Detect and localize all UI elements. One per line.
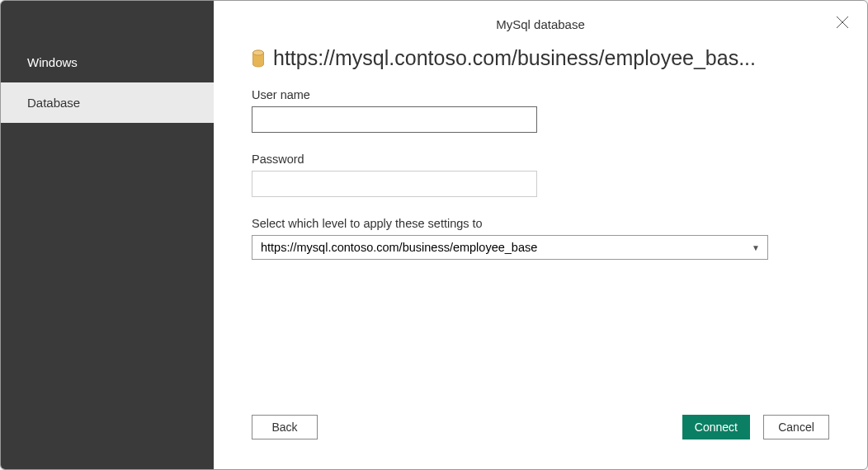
close-button[interactable] (833, 12, 852, 32)
auth-dialog: Windows Database MySql database https://… (0, 0, 868, 470)
username-input[interactable] (252, 106, 537, 133)
dialog-footer: Back Connect Cancel (214, 415, 867, 469)
footer-actions: Connect Cancel (682, 415, 829, 439)
database-icon (252, 49, 265, 68)
sidebar-item-label: Database (27, 96, 80, 110)
level-label: Select which level to apply these settin… (252, 217, 829, 230)
dialog-title: MySql database (214, 1, 867, 46)
cancel-button[interactable]: Cancel (763, 415, 829, 439)
sidebar-item-windows[interactable]: Windows (1, 42, 214, 82)
sidebar-item-database[interactable]: Database (1, 82, 214, 123)
datasource-url-row: https://mysql.contoso.com/business/emplo… (252, 46, 829, 70)
username-field-block: User name (252, 88, 829, 133)
datasource-url: https://mysql.contoso.com/business/emplo… (273, 46, 829, 70)
svg-point-3 (253, 50, 264, 55)
password-field-block: Password (252, 153, 829, 197)
sidebar-item-label: Windows (27, 55, 78, 69)
form-content: https://mysql.contoso.com/business/emplo… (214, 46, 867, 415)
back-button[interactable]: Back (252, 415, 318, 439)
main-panel: MySql database https://mysql.contoso.com… (214, 1, 867, 469)
close-icon (836, 16, 849, 29)
username-label: User name (252, 88, 829, 101)
level-select-wrap: https://mysql.contoso.com/business/emplo… (252, 235, 768, 260)
level-field-block: Select which level to apply these settin… (252, 217, 829, 260)
connect-button[interactable]: Connect (682, 415, 750, 439)
password-label: Password (252, 153, 829, 166)
level-select[interactable]: https://mysql.contoso.com/business/emplo… (252, 235, 768, 260)
auth-method-sidebar: Windows Database (1, 1, 214, 469)
password-input[interactable] (252, 171, 537, 197)
